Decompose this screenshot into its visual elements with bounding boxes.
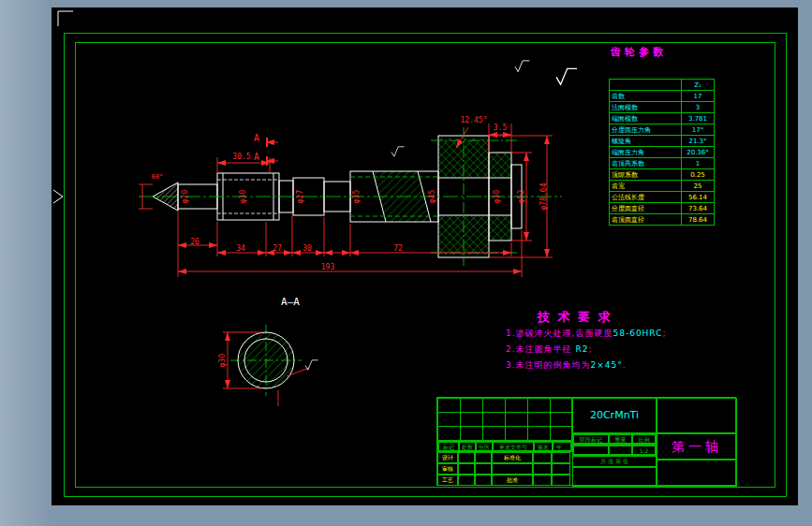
dimension-label: φ52 (517, 190, 525, 203)
gear-param-label: 分度圆压力角 (610, 124, 682, 136)
gear-param-label: 齿顶高系数 (610, 158, 682, 169)
title-block-cell (492, 463, 533, 475)
dimension-label: 3.5 (494, 124, 507, 132)
gear-table-row: 端面模数3.781 (610, 113, 715, 124)
title-block-cell (533, 475, 552, 486)
gear-table-row: 齿顶高系数1 (610, 158, 715, 169)
title-block-cell (458, 463, 475, 475)
title-block-cell: 阶段标记 (573, 434, 609, 444)
gear-param-value: 73.64 (682, 203, 715, 214)
tech-requirement-line: 3.未注明的倒角均为2×45°. (506, 358, 731, 373)
gear-table-row: 端面压力角20.36° (610, 147, 715, 158)
gear-param-value: 20.36° (682, 147, 715, 158)
dimension-label: φ35 (352, 190, 361, 203)
dimension-label: A (254, 133, 259, 143)
dimension-label: φ30 (493, 190, 501, 203)
title-block-cell (552, 463, 570, 475)
gear-param-label: 齿宽 (610, 181, 682, 192)
title-block-cell (475, 463, 492, 475)
title-block-cell (475, 452, 492, 463)
title-block-cell: 分区 (476, 442, 493, 451)
drawing-number-cell (657, 460, 737, 487)
dimension-label: φ30 (239, 190, 247, 203)
gear-param-value: Z₁ (682, 80, 715, 91)
dimension-label: φ20 (181, 190, 189, 203)
gear-param-value: 17° (682, 124, 715, 136)
title-block-cell (458, 452, 475, 463)
gear-param-label: 齿顶圆直径 (610, 214, 682, 226)
technical-requirements: 技 术 要 求 1.渗碳淬火处理,齿面硬度58-60HRC;2.未注圆角半径 R… (506, 309, 731, 373)
title-block-cell (475, 475, 492, 486)
viewport-marks-icon (53, 11, 73, 203)
title-block-cell: 签名 (534, 442, 553, 451)
dimension-label: 72 (393, 244, 403, 253)
gear-table-row: Z₁ (610, 80, 715, 91)
dimension-label: 30.5 (232, 153, 250, 161)
cad-viewport: 齿轮参数 Z₁齿数17法面模数3端面模数3.781分度圆压力角17°螺旋角21.… (0, 0, 812, 526)
gear-param-label: 齿数 (610, 91, 682, 102)
gear-table-row: 顶隙系数0.25 (610, 169, 715, 181)
title-block-cell: 年、月、日 (553, 442, 571, 451)
dimension-label: φ27 (296, 190, 304, 203)
spare-cell (572, 467, 657, 487)
title-block-cell (533, 463, 552, 475)
title-block-cell: 标记 (438, 442, 459, 451)
section-view-label: A—A (281, 296, 300, 308)
dimension-label: φ78.64 (539, 183, 548, 211)
gear-param-value: 17 (682, 91, 715, 102)
section-view-a-a (238, 332, 294, 388)
gear-param-label: 顶隙系数 (610, 169, 682, 181)
title-block-cell (533, 452, 552, 463)
gear-param-label: 端面模数 (610, 113, 682, 124)
gear-table-title: 齿轮参数 (611, 45, 667, 59)
gear-param-label: 法面模数 (610, 102, 682, 113)
tech-requirements-title: 技 术 要 求 (538, 309, 731, 326)
dimension-label: 34 (236, 244, 245, 253)
tech-requirement-line: 2.未注圆角半径 R2; (506, 342, 731, 358)
material-cell: 20CrMnTi (572, 398, 657, 433)
gear-param-value: 25 (682, 181, 715, 192)
signature-row: 工艺批准 (437, 475, 572, 486)
revision-header-row: 标记处数分区更改文件号签名年、月、日 (437, 441, 572, 452)
title-block-cell: 工艺 (437, 475, 458, 486)
gear-table-row: 公法线长度56.14 (610, 192, 715, 203)
dimension-label: 60° (152, 173, 164, 181)
title-block-cell: 审核 (437, 463, 458, 475)
gear-table-row: 齿顶圆直径78.64 (610, 214, 715, 226)
gear-param-value: 78.64 (682, 214, 715, 226)
gear-param-value: 56.14 (682, 192, 715, 203)
signature-row: 设计标准化 (437, 452, 572, 463)
gear-table-row: 螺旋角21.3° (610, 136, 715, 147)
gear-table-row: 齿宽25 (610, 181, 715, 192)
dimension-label: 26 (190, 238, 199, 246)
gear-table-row: 分度圆压力角17° (610, 124, 715, 136)
title-block-cell (552, 475, 570, 486)
stage-values-row: 1:2 (572, 445, 657, 456)
dimension-label: φ45 (428, 190, 436, 203)
gear-parameter-table: Z₁齿数17法面模数3端面模数3.781分度圆压力角17°螺旋角21.3°端面压… (609, 79, 715, 226)
gear-param-label: 分度圆直径 (610, 203, 682, 214)
title-block-cell: 标准化 (492, 452, 533, 463)
stage-labels-row: 阶段标记重量比例 (572, 433, 657, 445)
gear-param-label: 公法线长度 (610, 192, 682, 203)
dimension-label: φ30 (218, 354, 227, 367)
gear-param-value: 21.3° (682, 136, 715, 147)
gear-param-value: 3.781 (682, 113, 715, 124)
dimension-label: 27 (273, 244, 282, 253)
gear-param-value: 3 (682, 102, 715, 113)
org-cell (657, 398, 737, 433)
part-name-cell: 第一轴 (657, 433, 737, 460)
tech-requirement-line: 1.渗碳淬火处理,齿面硬度58-60HRC; (506, 326, 731, 342)
title-block-cell: 重量 (609, 434, 632, 444)
gear-param-value: 0.25 (682, 169, 715, 181)
gear-param-label: 螺旋角 (610, 136, 682, 147)
title-block-cell: 处数 (459, 442, 476, 451)
title-block-cell (458, 475, 475, 486)
revision-grid (437, 398, 572, 441)
gear-table-row: 分度圆直径73.64 (610, 203, 715, 214)
title-block: 标记处数分区更改文件号签名年、月、日 设计标准化审核工艺批准 20CrMnTi … (436, 397, 736, 486)
title-block-cell: 批准 (492, 475, 533, 486)
title-block-cell (552, 452, 570, 463)
dimension-label: 12.45° (461, 116, 488, 124)
dimension-label: 30 (303, 244, 312, 253)
